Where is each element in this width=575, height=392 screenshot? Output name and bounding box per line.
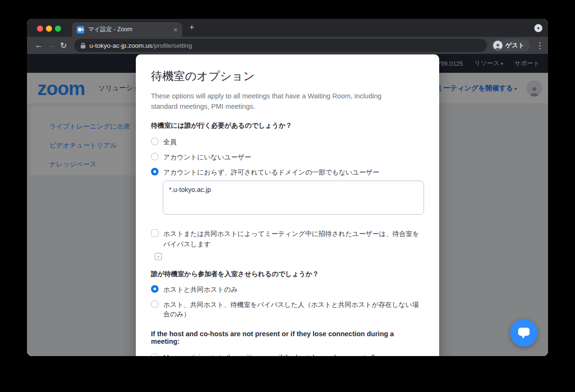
radio-option-users-not-in-account[interactable]: アカウントにいないユーザー [151,152,424,162]
search-tabs-button[interactable] [534,24,542,32]
checkbox-move-participants[interactable]: Move participants to the waiting room if… [151,353,424,356]
checkbox-bypass-waiting-room[interactable]: ホストまたは共同ホストによってミーティング中に招待されたユーザーは、待合室をバイ… [151,228,424,249]
lock-icon [80,42,86,49]
maximize-window-button[interactable] [55,26,61,32]
forward-button[interactable] [45,41,57,50]
chat-widget-button[interactable] [510,319,538,347]
radio-icon[interactable] [151,153,159,160]
radio-selected-icon[interactable] [151,285,159,293]
close-window-button[interactable] [37,26,43,32]
close-tab-icon[interactable] [173,26,177,33]
waiting-room-options-dialog: 待機室のオプション These options will apply to al… [136,54,439,356]
question-who-admits: 誰が待機室から参加者を入室させられるのでしょうか？ [151,270,424,279]
radio-selected-icon[interactable] [151,168,159,175]
question-host-absent: If the host and co-hosts are not present… [151,330,424,345]
broken-video-icon [155,253,162,260]
checkbox-icon[interactable] [151,229,159,237]
reload-button[interactable] [57,41,70,51]
chat-bubble-icon [517,326,531,340]
browser-menu-button[interactable] [536,41,542,51]
new-tab-button[interactable] [189,23,195,33]
radio-option-hosts-cohosts-only[interactable]: ホストと共同ホストのみ [151,285,424,294]
url-path: /profile/setting [152,42,192,49]
radio-icon[interactable] [151,138,159,145]
profile-button[interactable]: ゲスト [492,39,530,52]
zoom-favicon-icon [77,26,84,34]
radio-option-hosts-cohosts-bypassers[interactable]: ホスト、共同ホスト、待機室をバイパスした人（ホストと共同ホストが存在しない場合の… [151,300,424,319]
browser-window: マイ設定 - Zoom u-tokyo-ac-jp.zoom.us/profil… [27,19,548,356]
radio-icon[interactable] [151,300,159,308]
browser-toolbar: u-tokyo-ac-jp.zoom.us/profile/setting ゲス… [27,37,548,54]
guest-label: ゲスト [505,41,524,50]
page: 1.888.799.0125 リソース サポート zoom ソリューション ミー… [27,54,548,356]
checkbox-icon[interactable] [151,354,159,356]
tab-title: マイ設定 - Zoom [88,26,173,34]
guest-avatar-icon [493,41,503,50]
tab-strip: マイ設定 - Zoom [27,19,548,37]
url-host: u-tokyo-ac-jp.zoom.us [89,42,152,49]
question-who-goes: 待機室には誰が行く必要があるのでしょうか？ [151,122,424,130]
browser-tab[interactable]: マイ設定 - Zoom [72,22,182,37]
address-bar[interactable]: u-tokyo-ac-jp.zoom.us/profile/setting [74,39,487,52]
allowed-domains-input[interactable]: *.u-tokyo.ac.jp [163,181,424,215]
minimize-window-button[interactable] [46,26,52,32]
back-button[interactable] [33,41,45,50]
dialog-title: 待機室のオプション [151,69,424,84]
radio-option-everyone[interactable]: 全員 [151,137,424,147]
dialog-description: These options will apply to all meetings… [151,91,403,112]
radio-option-users-not-in-domains[interactable]: アカウントにおらず、許可されているドメインの一部でもないユーザー [151,167,424,177]
